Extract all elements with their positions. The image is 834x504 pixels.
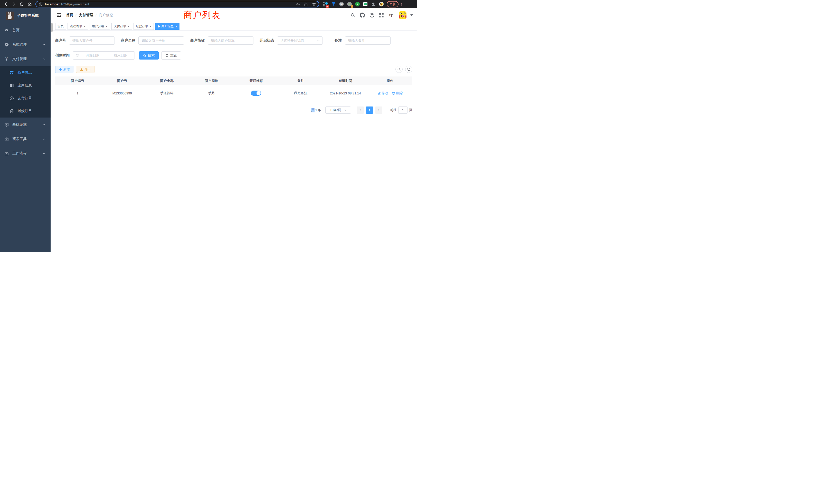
sidebar-item-merchant-info[interactable]: 商户信息 xyxy=(0,66,50,79)
tab-process-form[interactable]: 流程表单 × xyxy=(68,23,88,30)
page-size-select[interactable]: 10条/页 xyxy=(325,107,351,114)
page-content: 商户号 商户全称 商户简称 开启状态 请选择开启状态 xyxy=(50,31,417,252)
tab-label: 退款订单 xyxy=(136,24,148,28)
chevron-down-icon xyxy=(317,39,320,42)
sidebar-item-payment[interactable]: ¥ 支付管理 xyxy=(0,52,50,66)
pagination-total: 共 1 条 xyxy=(311,108,321,112)
chrome-update-button[interactable]: 更新 xyxy=(387,1,398,7)
export-button[interactable]: 导出 xyxy=(76,66,94,73)
refresh-table-button[interactable] xyxy=(405,66,412,73)
top-navbar: 首页 / 支付管理 / 商户信息 TT xyxy=(50,8,417,22)
close-icon[interactable]: × xyxy=(150,25,152,28)
full-name-input[interactable] xyxy=(138,37,184,45)
show-search-toggle-button[interactable] xyxy=(395,66,403,73)
page-unit-label: 页 xyxy=(409,108,412,112)
status-select-placeholder: 请选择开启状态 xyxy=(280,38,304,43)
remark-input[interactable] xyxy=(345,37,391,45)
sidebar-item-workflow[interactable]: 工作流程 xyxy=(0,146,50,161)
help-button[interactable] xyxy=(369,12,375,18)
chevron-up-icon xyxy=(42,58,45,61)
url-bar[interactable]: localhost:1024/pay/merchant xyxy=(36,1,319,7)
chrome-menu-icon[interactable]: ⋮ xyxy=(400,2,403,6)
tab-merchant-info-active[interactable]: 商户信息 × xyxy=(155,23,179,30)
fullscreen-button[interactable] xyxy=(378,12,385,18)
cell-short-name: 芋艿 xyxy=(189,85,234,101)
sidebar-item-system[interactable]: 系统管理 xyxy=(0,38,50,52)
fullscreen-icon xyxy=(379,13,384,18)
close-icon[interactable]: × xyxy=(175,25,177,28)
tab-home[interactable]: 首页 xyxy=(55,23,66,30)
sidebar-item-pay-order[interactable]: 支付订单 xyxy=(0,92,50,105)
breadcrumb-home[interactable]: 首页 xyxy=(66,13,73,18)
sidebar-scrollbar-thumb[interactable] xyxy=(51,23,53,32)
breadcrumb-payment[interactable]: 支付管理 xyxy=(79,13,93,18)
merchant-no-input[interactable] xyxy=(69,37,115,45)
bookmark-star-icon[interactable] xyxy=(312,2,316,6)
status-toggle-on[interactable] xyxy=(251,91,261,96)
date-end-placeholder[interactable]: 结束日期 xyxy=(109,53,132,58)
search-button[interactable]: 搜索 xyxy=(139,51,159,60)
delete-link[interactable]: 删除 xyxy=(392,91,403,95)
browser-reload-button[interactable] xyxy=(20,2,24,6)
sidebar-item-dev-tools[interactable]: 研发工具 xyxy=(0,132,50,146)
extensions-puzzle-icon[interactable] xyxy=(371,2,376,6)
extension-recorder-icon[interactable]: 1 xyxy=(347,2,352,6)
tab-pay-order[interactable]: 支付订单 × xyxy=(111,23,132,30)
header-search-button[interactable] xyxy=(350,12,356,18)
sidebar-logo-area[interactable]: 芋道管理系统 xyxy=(0,8,50,23)
browser-home-button[interactable] xyxy=(27,2,32,6)
prev-page-button[interactable] xyxy=(357,107,364,114)
sidebar-item-infrastructure[interactable]: 基础设施 xyxy=(0,117,50,132)
sidebar-item-label: 系统管理 xyxy=(12,42,42,47)
sidebar-item-home[interactable]: 首页 xyxy=(0,23,50,38)
column-header: 商户简称 xyxy=(189,76,234,85)
create-time-range-picker[interactable]: 开始日期 - 结束日期 xyxy=(73,51,135,60)
extension-pin-icon[interactable] xyxy=(331,2,336,6)
chevron-right-icon xyxy=(377,109,380,112)
close-icon[interactable]: × xyxy=(128,25,130,28)
browser-chrome: localhost:1024/pay/merchant 10 ⌘ 1 Y xyxy=(0,0,417,8)
add-button[interactable]: 新增 xyxy=(55,66,73,73)
sidebar-item-refund-order[interactable]: 退款订单 xyxy=(0,105,50,117)
dashboard-icon xyxy=(4,28,9,32)
yen-circle-icon xyxy=(9,96,14,100)
page-number-button[interactable]: 1 xyxy=(366,107,373,114)
password-key-icon[interactable] xyxy=(296,2,300,6)
hamburger-icon[interactable] xyxy=(56,13,61,18)
next-page-button[interactable] xyxy=(375,107,382,114)
sidebar-item-label: 支付订单 xyxy=(18,96,45,100)
site-info-icon[interactable] xyxy=(39,2,43,6)
tab-refund-order[interactable]: 退款订单 × xyxy=(133,23,154,30)
close-icon[interactable]: × xyxy=(106,25,108,28)
chevron-down-icon xyxy=(42,152,45,155)
tab-user-group[interactable]: 用户分组 × xyxy=(90,23,110,30)
yen-icon: ¥ xyxy=(4,57,9,61)
extension-command-icon[interactable]: ⌘ xyxy=(339,2,344,6)
reset-button[interactable]: 重置 xyxy=(161,51,181,60)
short-name-input[interactable] xyxy=(208,37,254,45)
browser-back-button[interactable] xyxy=(4,2,8,6)
status-select[interactable]: 请选择开启状态 xyxy=(277,37,323,45)
github-button[interactable] xyxy=(359,12,366,18)
avatar-caret-down-icon[interactable] xyxy=(410,14,413,16)
edit-link[interactable]: 修改 xyxy=(377,91,388,95)
browser-forward-button[interactable] xyxy=(12,2,16,6)
column-header: 创建时间 xyxy=(323,76,368,85)
calendar-icon xyxy=(75,54,79,58)
briefcase-icon xyxy=(4,137,9,141)
goto-page-input[interactable] xyxy=(398,107,408,114)
share-icon[interactable] xyxy=(304,2,308,6)
extension-emoji-icon[interactable] xyxy=(379,2,383,6)
extension-chat-icon[interactable] xyxy=(363,2,368,6)
font-size-button[interactable]: TT xyxy=(388,12,394,18)
sidebar-item-app-info[interactable]: 应用信息 xyxy=(0,79,50,92)
close-icon[interactable]: × xyxy=(84,25,86,28)
sidebar-item-label: 商户信息 xyxy=(18,70,45,75)
search-form-row-2: 创建时间 开始日期 - 结束日期 搜索 重置 xyxy=(55,51,412,60)
date-start-placeholder[interactable]: 开始日期 xyxy=(81,53,104,58)
extension-tabs-icon[interactable]: 10 xyxy=(323,2,328,6)
extension-y-letter: Y xyxy=(355,2,360,6)
user-avatar[interactable] xyxy=(399,11,407,19)
extension-y-icon[interactable]: Y xyxy=(355,2,360,6)
shop-icon xyxy=(9,71,14,75)
